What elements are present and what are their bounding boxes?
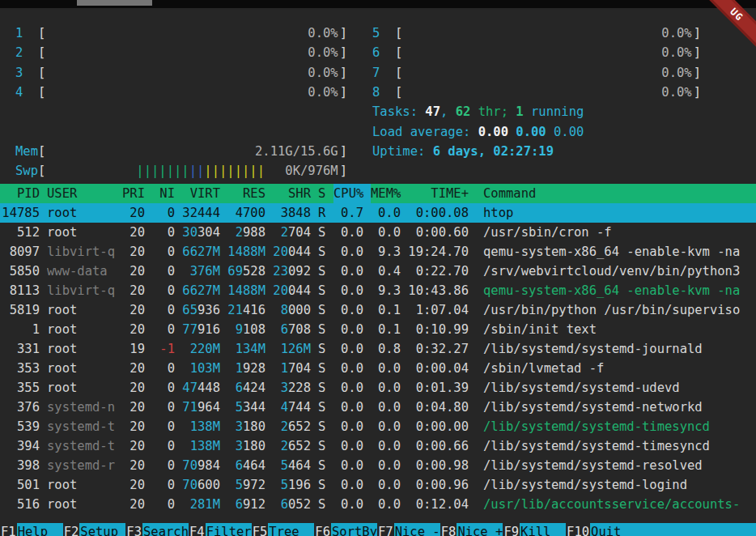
window-top-strip [0, 0, 756, 8]
process-row[interactable]: 376 systemd-n 20 0 71964 5344 4744 S 0.0… [0, 398, 756, 417]
process-row[interactable]: 353 root 20 0 103M 1928 1704 S 0.0 0.0 0… [0, 359, 756, 378]
fn-key-label: Tree [268, 523, 314, 536]
process-row[interactable]: 8113 libvirt-q 20 0 6627M 1488M 20044 S … [0, 281, 756, 300]
table-header-row: PID USER PRI NI VIRT RES SHR S CPU% MEM%… [0, 184, 756, 203]
cpu-meter-6: 6[ 0.0% ] [372, 43, 701, 62]
column-header-command[interactable]: Command [483, 184, 756, 203]
fnkey-f1-help[interactable]: F1Help [0, 523, 63, 536]
memory-meter: Mem[ ||||||||||||||||| 2.11G/15.6G ] [15, 102, 347, 121]
fnkey-f9-kill[interactable]: F9Kill [503, 523, 566, 536]
column-header-ni[interactable]: NI [152, 184, 175, 203]
fn-key-number: F1 [0, 523, 17, 536]
process-row[interactable]: 512 root 20 0 30304 2988 2704 S 0.0 0.0 … [0, 223, 756, 242]
process-rows: 14785 root 20 0 32444 4700 3848 R 0.7 0.… [0, 203, 756, 514]
fn-key-number: F7 [377, 523, 394, 536]
fn-key-label: SortBy [331, 523, 377, 536]
fnkey-f8-nice[interactable]: F8Nice + [440, 523, 503, 536]
fn-key-label: Quit [590, 523, 756, 536]
fn-key-label: Kill [520, 523, 566, 536]
fn-key-number: F10 [566, 523, 590, 536]
fn-key-label: Help [17, 523, 63, 536]
column-header-state[interactable]: S [318, 184, 326, 203]
cpu-meter-7: 7[ 0.0% ] [372, 63, 701, 83]
column-header-pri[interactable]: PRI [122, 184, 145, 203]
fn-key-label: Nice - [394, 523, 440, 536]
fn-key-number: F5 [252, 523, 269, 536]
swap-meter: Swp[ 0K/976M ] [15, 122, 347, 142]
column-header-pid[interactable]: PID [2, 184, 40, 203]
column-header-user[interactable]: USER [47, 184, 115, 203]
load-average: Load average: 0.00 0.00 0.00 [372, 122, 701, 142]
htop-terminal-window: 1[ 0.0% ] 2[ 0.0% ] 3[ 0.0% ] 4[ 0.0% ] … [0, 0, 756, 536]
fn-key-number: F9 [503, 523, 520, 536]
cpu-meter-3: 3[ 0.0% ] [15, 63, 347, 83]
window-tab [77, 0, 152, 6]
process-table: PID USER PRI NI VIRT RES SHR S CPU% MEM%… [0, 184, 756, 514]
bracket-close: ] [340, 161, 347, 181]
fn-key-label: Search [142, 523, 189, 536]
column-header-mem[interactable]: MEM% [371, 184, 401, 203]
uptime: Uptime: 6 days, 02:27:19 [372, 142, 701, 161]
process-row[interactable]: 5819 root 20 0 65936 21416 8000 S 0.0 0.… [0, 300, 756, 320]
fn-key-number: F8 [440, 523, 457, 536]
fn-key-number: F6 [314, 523, 331, 536]
fnkey-f10-quit[interactable]: F10Quit [566, 523, 756, 536]
process-row[interactable]: 355 root 20 0 47448 6424 3228 S 0.0 0.0 … [0, 378, 756, 398]
cpu-meter-5: 5[ 0.0% ] [372, 23, 701, 43]
swap-meter-label: Swp [15, 161, 38, 181]
fnkey-f2-setup[interactable]: F2Setup [63, 523, 126, 536]
cpu-meter-8: 8[ 0.0% ] [372, 83, 701, 102]
fn-key-number: F2 [63, 523, 80, 536]
process-row[interactable]: 501 root 20 0 70600 5972 5196 S 0.0 0.0 … [0, 475, 756, 495]
debug-ribbon: UG [706, 0, 756, 50]
fnkey-f3-search[interactable]: F3Search [125, 523, 189, 536]
fnkey-f6-sortby[interactable]: F6SortBy [314, 523, 377, 536]
process-row[interactable]: 539 systemd-t 20 0 138M 3180 2652 S 0.0 … [0, 417, 756, 436]
fnkey-f4-filter[interactable]: F4Filter [189, 523, 252, 536]
fn-key-label: Filter [206, 523, 252, 536]
cpu-meter-1: 1[ 0.0% ] [15, 23, 347, 43]
bracket-open: [ [38, 161, 45, 181]
process-row[interactable]: 331 root 19 -1 220M 134M 126M S 0.0 0.8 … [0, 339, 756, 359]
fnkey-f7-nice[interactable]: F7Nice - [377, 523, 440, 536]
fnkey-f5-tree[interactable]: F5Tree [252, 523, 315, 536]
column-header-cpu-sorted[interactable]: CPU% [333, 184, 371, 203]
function-key-bar: F1Help F2Setup F3Search F4Filter F5Tree … [0, 523, 756, 536]
fn-key-number: F4 [189, 523, 206, 536]
tasks-summary: Tasks: 47, 62 thr; 1 running [372, 102, 701, 121]
process-row[interactable]: 398 systemd-r 20 0 70984 6464 5464 S 0.0… [0, 456, 756, 475]
process-row[interactable]: 14785 root 20 0 32444 4700 3848 R 0.7 0.… [0, 203, 756, 223]
fn-key-label: Setup [79, 523, 125, 536]
process-row[interactable]: 516 root 20 0 281M 6912 6052 S 0.0 0.0 0… [0, 495, 756, 514]
terminal-viewport: 1[ 0.0% ] 2[ 0.0% ] 3[ 0.0% ] 4[ 0.0% ] … [0, 8, 756, 533]
column-header-time[interactable]: TIME+ [408, 184, 469, 203]
corner-ribbon-box: UG [706, 0, 756, 50]
fn-key-number: F3 [125, 523, 142, 536]
column-header-res[interactable]: RES [227, 184, 265, 203]
process-row[interactable]: 8097 libvirt-q 20 0 6627M 1488M 20044 S … [0, 242, 756, 262]
cpu-meter-4: 4[ 0.0% ] [15, 83, 347, 102]
swap-meter-value: 0K/976M [285, 161, 338, 181]
process-row[interactable]: 394 systemd-t 20 0 138M 3180 2652 S 0.0 … [0, 436, 756, 456]
column-header-shr[interactable]: SHR [273, 184, 311, 203]
cpu-meter-2: 2[ 0.0% ] [15, 43, 347, 62]
process-row[interactable]: 1 root 20 0 77916 9108 6708 S 0.0 0.1 0:… [0, 320, 756, 339]
fn-key-label: Nice + [457, 523, 503, 536]
column-header-virt[interactable]: VIRT [182, 184, 220, 203]
process-row[interactable]: 5850 www-data 20 0 376M 69528 23092 S 0.… [0, 262, 756, 281]
